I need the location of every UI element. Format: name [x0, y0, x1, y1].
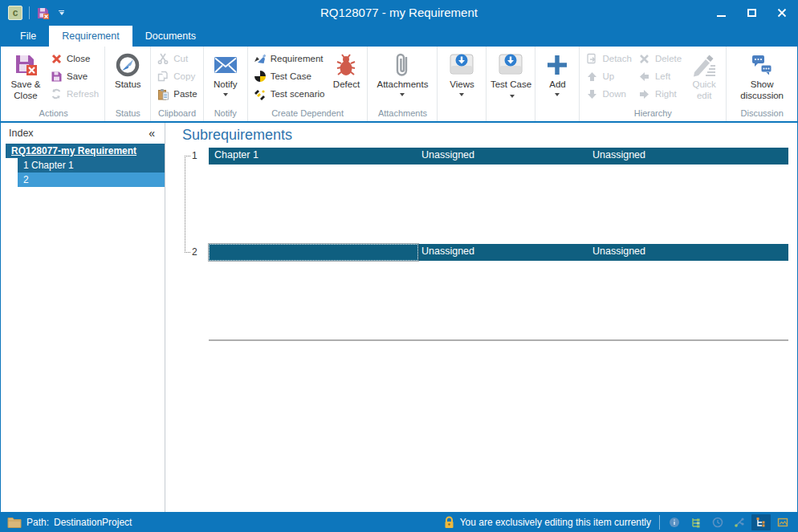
folder-icon [7, 517, 22, 528]
quick-save-icon [36, 6, 50, 20]
row-1-title-cell[interactable]: Chapter 1 [209, 148, 418, 164]
ribbon-tab-row: File Requirement Documents [1, 26, 797, 47]
sidebar-title: Index [9, 128, 34, 139]
create-test-scenario-button[interactable]: Test scenario [250, 85, 328, 103]
close-window-icon [777, 8, 787, 18]
history-icon[interactable] [708, 514, 727, 530]
test-scenario-icon [254, 87, 267, 100]
tab-documents[interactable]: Documents [132, 26, 209, 47]
copy-button[interactable]: Copy [153, 67, 200, 85]
move-down-button[interactable]: Down [582, 85, 634, 103]
hierarchy-view-icon[interactable] [751, 514, 771, 530]
row-1-status-cell[interactable]: Unassigned [418, 148, 589, 164]
quick-access-chevron-icon[interactable] [56, 8, 67, 18]
test-case-views-button[interactable]: Test Case [489, 48, 532, 108]
group-label-discussion: Discussion [727, 108, 797, 121]
row-2-title-cell-focused[interactable] [209, 244, 418, 261]
group-label-notify: Notify [204, 108, 247, 121]
tree-item-chapter-1[interactable]: 1 Chapter 1 [18, 158, 165, 173]
ribbon-group-hierarchy: Detach Up Down [580, 47, 727, 121]
show-discussion-button[interactable]: Show discussion [729, 48, 795, 108]
paste-icon [157, 87, 169, 100]
refresh-icon [50, 87, 63, 100]
image-view-icon[interactable] [773, 514, 792, 530]
minimize-icon [717, 15, 726, 17]
sidebar-collapse-icon[interactable]: « [149, 127, 155, 140]
move-right-button[interactable]: Right [635, 85, 685, 103]
close-window-button[interactable] [767, 0, 797, 26]
app-icon[interactable]: c [8, 6, 22, 20]
tab-file[interactable]: File [7, 26, 49, 47]
maximize-button[interactable] [736, 0, 767, 26]
group-label-clipboard: Clipboard [151, 108, 202, 121]
detach-button[interactable]: Detach [582, 50, 634, 67]
test-case-views-label: Test Case [489, 79, 532, 101]
attachments-icon [394, 51, 410, 79]
save-icon [50, 70, 63, 83]
add-dropdown-caret [555, 93, 560, 96]
quick-edit-icon [691, 51, 717, 79]
row-number-1: 1 [192, 150, 197, 161]
right-arrow-icon [638, 87, 651, 100]
detach-icon [585, 52, 598, 65]
refresh-button[interactable]: Refresh [47, 85, 102, 103]
ribbon: Save & Close Close [1, 47, 797, 123]
ribbon-group-attachments: Attachments Attachments [368, 47, 438, 121]
row-2-assignee-cell[interactable]: Unassigned [589, 244, 788, 261]
info-icon[interactable] [665, 514, 684, 530]
requirement-icon [254, 52, 267, 65]
move-left-button[interactable]: Left [635, 67, 685, 85]
quick-save-close-button[interactable] [36, 6, 50, 20]
row-1-assignee-cell[interactable]: Unassigned [589, 148, 788, 164]
lock-icon [443, 516, 455, 529]
row-2-status-cell[interactable]: Unassigned [418, 244, 589, 261]
ribbon-group-add: Add [535, 47, 580, 121]
subrequirement-row-2[interactable]: Unassigned Unassigned [209, 244, 788, 261]
traceability-icon[interactable] [730, 514, 749, 530]
window-controls [706, 0, 797, 26]
test-case-dropdown-caret [510, 95, 515, 98]
tab-requirement[interactable]: Requirement [49, 26, 132, 47]
create-requirement-button[interactable]: Requirement [250, 50, 328, 67]
tree-item-root[interactable]: RQ128077-my Requirement [6, 144, 165, 158]
defect-icon [334, 51, 358, 79]
copy-icon [157, 70, 169, 83]
cut-button[interactable]: Cut [153, 50, 200, 67]
statusbar-divider [659, 515, 660, 530]
cut-icon [157, 52, 169, 65]
up-arrow-icon [585, 70, 598, 83]
tree-view-icon[interactable] [686, 514, 706, 530]
add-button[interactable]: Add [538, 48, 576, 108]
status-button[interactable]: Status [108, 48, 148, 108]
test-case-icon [254, 70, 267, 83]
quick-access-toolbar: c [1, 6, 67, 20]
quick-edit-button[interactable]: Quick edit [685, 48, 723, 108]
move-up-button[interactable]: Up [582, 67, 634, 85]
save-button[interactable]: Save [47, 67, 102, 85]
content-area: Index « RQ128077-my Requirement 1 Chapte… [1, 123, 797, 512]
close-button[interactable]: Close [47, 50, 102, 67]
save-and-close-button[interactable]: Save & Close [5, 48, 47, 108]
create-defect-button[interactable]: Defect [328, 48, 364, 108]
tree-guide-stub-1 [185, 156, 190, 156]
attachments-button[interactable]: Attachments [370, 48, 434, 108]
maximize-icon [747, 9, 756, 17]
delete-button[interactable]: Delete [635, 50, 685, 67]
notify-button[interactable]: Notify [206, 48, 245, 108]
notify-dropdown-caret [223, 93, 228, 96]
views-button[interactable]: Views [440, 48, 483, 108]
ribbon-group-actions: Save & Close Close [2, 47, 105, 121]
lock-message: You are exclusively editing this item cu… [460, 517, 651, 528]
create-test-case-button[interactable]: Test Case [250, 67, 328, 85]
group-label-test-case [487, 108, 535, 121]
tree-item-2-selected[interactable]: 2 [18, 173, 165, 187]
path-indicator: Path: DestinationProject [7, 517, 132, 528]
window-title: RQ128077 - my Requirement [320, 0, 478, 26]
subrequirement-row-1[interactable]: Chapter 1 Unassigned Unassigned [209, 148, 788, 164]
save-and-close-label: Save & Close [5, 79, 47, 101]
paste-button[interactable]: Paste [153, 85, 200, 103]
row-number-2: 2 [192, 246, 197, 258]
minimize-button[interactable] [706, 0, 736, 26]
ribbon-group-status: Status Status [105, 47, 151, 121]
close-icon [50, 52, 63, 65]
